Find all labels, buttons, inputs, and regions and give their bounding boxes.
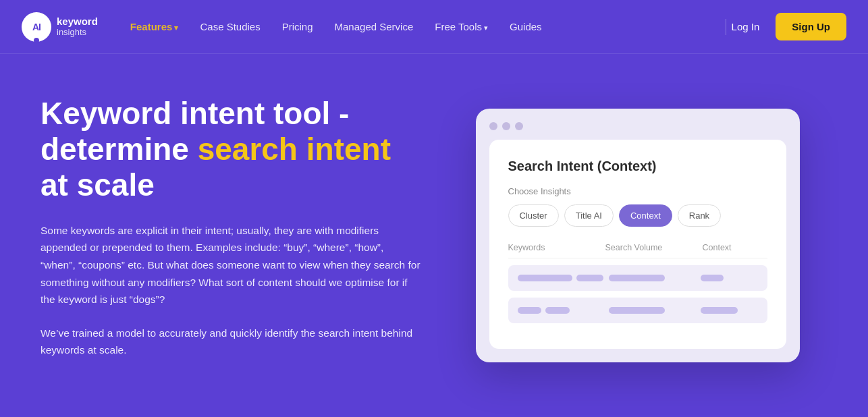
hero-section: Keyword intent tool - determine search i… [0,54,868,417]
logo-keyword: keyword [57,16,98,28]
nav-link-features[interactable]: Features [130,21,179,32]
navigation: AI keyword insights Features Case Studie… [0,0,868,54]
hero-body-1: Some keywords are explicit in their inte… [40,222,421,308]
nav-actions: Log In Sign Up [732,13,846,40]
table-row [508,298,767,323]
skeleton-2 [576,275,604,281]
skeleton-6 [545,307,570,314]
skeleton-3 [609,275,665,281]
skeleton-1 [518,275,572,281]
nav-item-case-studies[interactable]: Case Studies [200,21,260,33]
nav-divider [726,19,726,35]
card-outer: Search Intent (Context) Choose Insights … [476,109,800,362]
row2-volume [609,307,695,314]
hero-text: Keyword intent tool - determine search i… [40,96,421,375]
card-inner: Search Intent (Context) Choose Insights … [489,140,786,349]
skeleton-7 [609,307,665,314]
row2-keywords [518,307,604,314]
hero-title-line1: Keyword intent tool - [40,96,349,131]
row1-context [701,275,758,281]
card-tabs: Cluster Title AI Context Rank [508,204,767,227]
signup-button[interactable]: Sign Up [776,13,846,40]
nav-item-features[interactable]: Features [130,21,179,33]
tab-rank[interactable]: Rank [678,204,721,227]
table-header: Keywords Search Volume Context [508,243,767,258]
tab-title-ai[interactable]: Title AI [564,204,614,227]
card-title: Search Intent (Context) [508,159,767,174]
nav-item-managed-service[interactable]: Managed Service [335,21,414,33]
nav-link-managed-service[interactable]: Managed Service [335,21,414,32]
hero-title-line2-prefix: determine [40,132,198,167]
col-keywords: Keywords [508,243,605,252]
col-search-volume: Search Volume [605,243,703,252]
nav-link-guides[interactable]: Guides [510,21,542,32]
logo[interactable]: AI keyword insights [22,12,98,42]
logo-icon-text: AI [32,22,40,32]
hero-card-wrapper: Search Intent (Context) Choose Insights … [447,109,828,362]
table-row [508,265,767,291]
nav-item-pricing[interactable]: Pricing [282,21,313,33]
nav-item-guides[interactable]: Guides [510,21,542,33]
login-button[interactable]: Log In [732,21,760,32]
nav-link-free-tools[interactable]: Free Tools [435,21,488,32]
nav-link-pricing[interactable]: Pricing [282,21,313,32]
row1-keywords [518,275,604,281]
row2-context [701,307,758,314]
hero-title-line3: at scale [40,167,155,202]
tab-cluster[interactable]: Cluster [508,204,559,227]
nav-link-case-studies[interactable]: Case Studies [200,21,260,32]
col-context: Context [703,243,767,252]
skeleton-5 [518,307,542,314]
nav-item-free-tools[interactable]: Free Tools [435,21,488,33]
row1-volume [609,275,695,281]
tab-context[interactable]: Context [619,204,672,227]
hero-body-2: We’ve trained a model to accurately and … [40,325,421,359]
card-choose-label: Choose Insights [508,186,767,196]
dot-3 [515,122,523,130]
hero-title: Keyword intent tool - determine search i… [40,96,421,203]
logo-text: keyword insights [57,16,98,37]
card-dots [489,122,786,130]
logo-icon: AI [22,12,51,42]
dot-1 [489,122,497,130]
nav-links: Features Case Studies Pricing Managed Se… [130,21,720,33]
dot-2 [502,122,510,130]
hero-title-highlight: search intent [198,132,391,167]
logo-insights: insights [57,28,98,37]
skeleton-4 [701,275,724,281]
skeleton-8 [701,307,738,314]
